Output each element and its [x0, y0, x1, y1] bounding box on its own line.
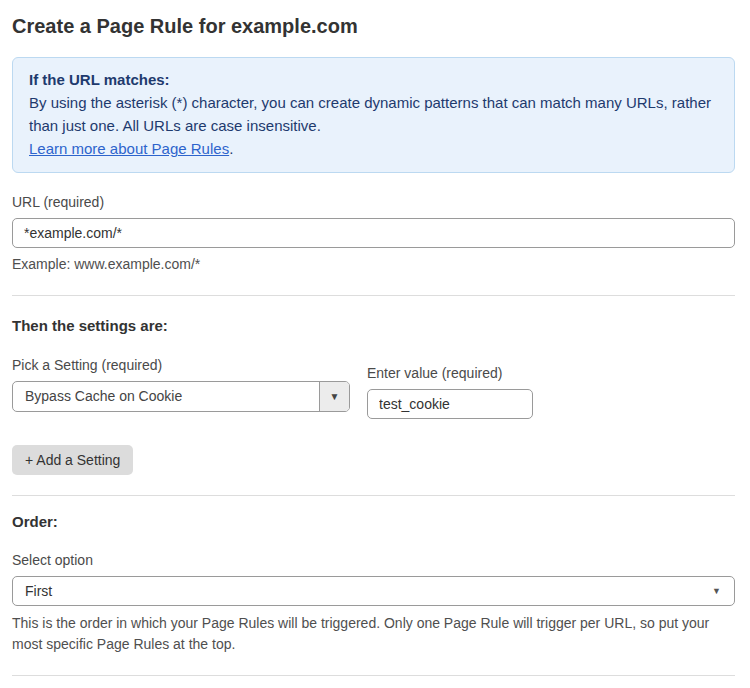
info-box-link-line: Learn more about Page Rules.: [29, 137, 718, 160]
section-divider: [12, 295, 735, 296]
pick-setting-label: Pick a Setting (required): [12, 357, 350, 373]
url-field-group: URL (required) Example: www.example.com/…: [12, 194, 735, 275]
url-input[interactable]: [12, 218, 735, 248]
pick-setting-group: Pick a Setting (required) Bypass Cache o…: [12, 357, 350, 412]
url-label: URL (required): [12, 194, 735, 210]
chevron-down-icon: ▼: [712, 577, 721, 605]
url-helper-text: Example: www.example.com/*: [12, 254, 735, 275]
add-setting-button[interactable]: + Add a Setting: [12, 445, 133, 475]
setting-dropdown[interactable]: Bypass Cache on Cookie ▼: [12, 381, 350, 412]
enter-value-group: Enter value (required): [367, 365, 533, 419]
order-select[interactable]: First ▼: [12, 576, 735, 606]
setting-value-input[interactable]: [367, 389, 533, 419]
create-page-rule-form: Create a Page Rule for example.com If th…: [0, 0, 750, 688]
url-match-info-box: If the URL matches: By using the asteris…: [12, 57, 735, 173]
order-helper-text: This is the order in which your Page Rul…: [12, 613, 735, 655]
section-divider: [12, 675, 735, 676]
learn-more-link-suffix: .: [229, 140, 233, 157]
settings-row: Pick a Setting (required) Bypass Cache o…: [12, 357, 735, 419]
info-box-heading: If the URL matches:: [29, 68, 718, 91]
enter-value-label: Enter value (required): [367, 365, 533, 381]
section-divider: [12, 495, 735, 496]
setting-dropdown-value: Bypass Cache on Cookie: [13, 382, 319, 411]
info-box-body: By using the asterisk (*) character, you…: [29, 91, 718, 137]
order-section-heading: Order:: [12, 513, 735, 530]
learn-more-link[interactable]: Learn more about Page Rules: [29, 140, 229, 157]
settings-section-heading: Then the settings are:: [12, 317, 735, 334]
chevron-down-icon: ▼: [330, 392, 340, 402]
order-select-value: First: [25, 583, 52, 599]
page-title: Create a Page Rule for example.com: [12, 13, 735, 40]
order-select-label: Select option: [12, 552, 735, 568]
setting-dropdown-arrow-button[interactable]: ▼: [319, 382, 349, 411]
